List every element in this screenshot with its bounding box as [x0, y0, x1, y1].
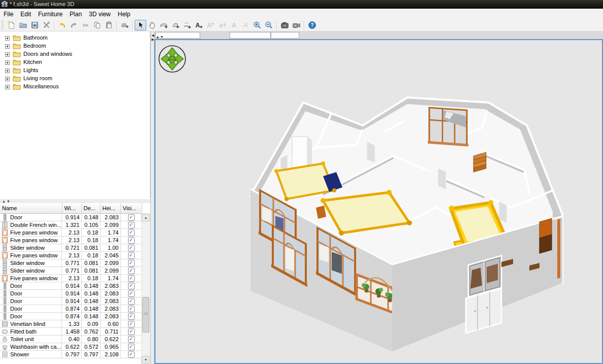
visible-checkbox[interactable]: ✓ — [128, 351, 135, 358]
catalog-category-doors-and-windows[interactable]: Doors and windows — [0, 50, 150, 58]
catalog-category-bedroom[interactable]: Bedroom — [0, 42, 150, 50]
furniture-row[interactable]: Five panes window2.130.182.045✓ — [0, 252, 142, 259]
toolbar-grip[interactable] — [2, 21, 4, 30]
furniture-row[interactable]: Double French win...1.3210.1052.099✓ — [0, 221, 142, 229]
visible-checkbox[interactable]: ✓ — [128, 283, 135, 289]
undo-button[interactable] — [56, 20, 68, 30]
expand-plus-icon[interactable] — [5, 36, 10, 40]
furniture-row[interactable]: Shower0.7970.7972.108✓ — [0, 351, 142, 358]
splitter-collapse-icons[interactable]: ▲▼ — [2, 200, 11, 203]
zoom-out-button[interactable] — [263, 20, 275, 30]
svg-text:A: A — [196, 22, 200, 29]
visible-checkbox[interactable]: ✓ — [128, 237, 135, 244]
column-header-wi[interactable]: Wi... — [62, 203, 81, 213]
redo-button[interactable] — [68, 20, 80, 30]
visible-checkbox[interactable]: ✓ — [128, 268, 135, 274]
furniture-row[interactable]: Door0.8740.1482.083✓ — [0, 305, 142, 313]
furniture-row[interactable]: Slider window0.7210.0811.00✓ — [0, 244, 142, 252]
catalog-category-miscellaneous[interactable]: Miscellaneous — [0, 82, 150, 90]
visible-checkbox[interactable]: ✓ — [128, 328, 135, 335]
create-video-button[interactable] — [291, 20, 302, 30]
create-rooms-button[interactable] — [170, 20, 181, 30]
copy-button[interactable] — [91, 20, 103, 30]
furniture-row[interactable]: Door0.9140.1482.083✓ — [0, 213, 142, 221]
menu-furniture[interactable]: Furniture — [35, 9, 66, 19]
menu-3d-view[interactable]: 3D view — [85, 9, 114, 19]
cut-button[interactable]: ✂ — [80, 20, 91, 30]
visible-checkbox[interactable]: ✓ — [128, 336, 135, 343]
expand-plus-icon[interactable] — [5, 84, 10, 89]
add-furniture-icon — [120, 21, 129, 29]
catalog-category-bathroom[interactable]: Bathroom — [0, 34, 150, 42]
plan-ruler-box — [230, 32, 271, 39]
visible-checkbox[interactable]: ✓ — [128, 245, 135, 251]
paste-button[interactable] — [103, 20, 115, 30]
expand-plus-icon[interactable] — [5, 68, 10, 73]
title-bar[interactable]: * f.sh3d - Sweet Home 3D — [0, 0, 603, 9]
visible-checkbox[interactable]: ✓ — [128, 275, 135, 282]
create-dimensions-button[interactable] — [181, 20, 193, 30]
create-walls-button[interactable] — [158, 20, 170, 30]
scroll-down-icon[interactable]: ▼ — [142, 356, 150, 363]
furniture-row[interactable]: Toilet unit0.400.800.622✓ — [0, 336, 142, 343]
column-header-name[interactable]: Name — [0, 203, 62, 213]
new-home-button[interactable] — [6, 20, 17, 30]
visible-checkbox[interactable]: ✓ — [128, 252, 135, 259]
column-header-de[interactable]: De... — [81, 203, 100, 213]
expand-plus-icon[interactable] — [5, 76, 10, 81]
menu-help[interactable]: Help — [114, 9, 134, 19]
visible-checkbox[interactable]: ✓ — [128, 214, 135, 221]
furniture-row[interactable]: Door0.9140.1482.083✓ — [0, 297, 142, 305]
catalog-category-kitchen[interactable]: Kitchen — [0, 58, 150, 66]
3d-view[interactable] — [154, 39, 603, 364]
furniture-row[interactable]: Slider window0.7710.0812.099✓ — [0, 259, 142, 267]
splitter-collapse-icons[interactable]: ▲▼ — [156, 35, 164, 39]
menu-edit[interactable]: Edit — [17, 9, 35, 19]
create-photo-button[interactable] — [279, 20, 291, 30]
pan-mode-button[interactable] — [146, 20, 158, 30]
visible-checkbox[interactable]: ✓ — [128, 344, 135, 350]
catalog-category-living-room[interactable]: Living room — [0, 74, 150, 82]
visible-checkbox[interactable]: ✓ — [128, 290, 135, 297]
preferences-button[interactable] — [41, 20, 52, 30]
expand-plus-icon[interactable] — [5, 52, 10, 56]
select-mode-button[interactable] — [135, 20, 146, 30]
visible-checkbox[interactable]: ✓ — [128, 222, 135, 228]
zoom-in-button[interactable] — [251, 20, 263, 30]
add-furniture-button[interactable] — [119, 20, 131, 30]
table-scrollbar[interactable]: ▲ ▼ — [141, 213, 150, 364]
help-button[interactable]: ? — [306, 20, 318, 30]
visible-checkbox[interactable]: ✓ — [128, 298, 135, 305]
door-icon — [2, 305, 8, 312]
furniture-row[interactable]: Venetian blind1.330.090.60✓ — [0, 320, 142, 328]
save-button[interactable] — [29, 20, 41, 30]
add-texts-button[interactable]: A — [193, 20, 205, 30]
visible-checkbox[interactable]: ✓ — [128, 313, 135, 320]
column-header-visi[interactable]: Visi... — [120, 203, 142, 213]
catalog-category-lights[interactable]: Lights — [0, 66, 150, 74]
furniture-row[interactable]: Slider window0.7710.0812.099✓ — [0, 267, 142, 275]
menu-plan[interactable]: Plan — [66, 9, 85, 19]
vertical-splitter[interactable]: ◀▶ — [150, 31, 154, 364]
furniture-row[interactable]: Fitted bath1.4580.7620.711✓ — [0, 328, 142, 336]
visible-checkbox[interactable]: ✓ — [128, 321, 135, 327]
visible-checkbox[interactable]: ✓ — [128, 260, 135, 267]
scroll-up-icon[interactable]: ▲ — [142, 214, 150, 221]
furniture-row[interactable]: Five panes window2.130.181.74✓ — [0, 229, 142, 237]
furniture-row[interactable]: Five panes window2.130.181.74✓ — [0, 237, 142, 244]
furniture-row[interactable]: Washbasin with ca...0.6220.5720.965✓ — [0, 343, 142, 351]
furniture-row[interactable]: Door0.8740.1482.083✓ — [0, 313, 142, 320]
expand-plus-icon[interactable] — [5, 60, 10, 64]
furniture-row[interactable]: Door0.9140.1482.083✓ — [0, 282, 142, 290]
furniture-row[interactable]: Door0.9140.1482.083✓ — [0, 290, 142, 297]
scrollbar-thumb[interactable] — [142, 297, 149, 333]
menu-file[interactable]: File — [0, 9, 17, 19]
expand-plus-icon[interactable] — [5, 44, 10, 48]
furniture-row[interactable]: Five panes window2.130.181.74✓ — [0, 275, 142, 282]
visible-checkbox[interactable]: ✓ — [128, 306, 135, 312]
visible-checkbox[interactable]: ✓ — [128, 229, 135, 236]
column-header-hei[interactable]: Hei... — [100, 203, 120, 213]
house-3d-render[interactable] — [155, 40, 603, 364]
open-button[interactable] — [17, 20, 29, 30]
navigation-compass[interactable] — [157, 43, 187, 73]
